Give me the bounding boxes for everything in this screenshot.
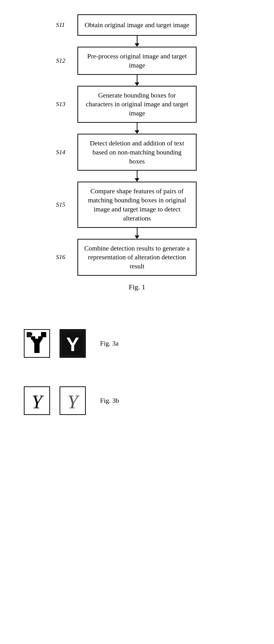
arrow-head-4 [134,178,140,182]
step-s11-box: Obtain original image and target image [78,14,196,36]
step-s15-container: S15 Compare shape features of pairs of m… [0,182,274,228]
arrow-1 [0,36,274,47]
step-s14-box: Detect deletion and addition of text bas… [78,134,196,171]
fig3a-image2: Y [60,329,86,358]
arrow-line-3 [137,123,138,130]
fig3b-label: Fig. 3b [100,397,119,404]
step-s15-wrapper: S15 Compare shape features of pairs of m… [78,182,196,228]
svg-text:Y: Y [68,391,80,412]
arrow-head-1 [134,44,140,47]
step-s15-box: Compare shape features of pairs of match… [78,182,196,228]
step-s15-label: S15 [56,201,65,208]
svg-text:Y: Y [66,334,79,355]
step-s13-label: S13 [56,100,65,108]
step-s11-wrapper: S11 Obtain original image and target ima… [78,14,196,36]
step-s12-container: S12 Pre-process original image and targe… [0,47,274,75]
page-container: S11 Obtain original image and target ima… [0,0,274,644]
arrow-line-1 [137,36,138,44]
step-s11-container: S11 Obtain original image and target ima… [0,14,274,36]
step-s16-wrapper: S16 Combine detection results to generat… [78,239,196,276]
step-s16-container: S16 Combine detection results to generat… [0,239,274,276]
fig1-label: Fig. 1 [129,283,145,291]
fig3a-row: Y Y Fig. 3a [24,329,119,358]
fig3a-image1: Y [24,329,50,358]
fig3b-image2: Y [60,386,86,415]
svg-text:Y: Y [32,391,44,412]
arrow-head-5 [134,236,140,239]
arrow-4 [0,171,274,182]
fig3a-svg2: Y [62,332,84,355]
step-s13-container: S13 Generate bounding boxes for characte… [0,86,274,123]
step-s16-label: S16 [56,254,65,261]
step-s14-label: S14 [56,149,65,156]
step-s12-wrapper: S12 Pre-process original image and targe… [78,47,196,75]
step-s13-box: Generate bounding boxes for characters i… [78,86,196,123]
fig3b-svg2: Y [62,389,84,412]
arrow-line-2 [137,75,138,82]
step-s14-wrapper: S14 Detect deletion and addition of text… [78,134,196,171]
step-s14-container: S14 Detect deletion and addition of text… [0,134,274,171]
figures-section: Y Y Fig. 3a [0,315,274,434]
arrow-head-3 [134,130,140,134]
step-s12-box: Pre-process original image and target im… [78,47,196,75]
arrow-3 [0,123,274,134]
arrow-line-4 [137,171,138,178]
flowchart-section: S11 Obtain original image and target ima… [0,0,274,315]
fig3b-image1: Y [24,386,50,415]
fig3b-row: Y Y Fig. 3b [24,386,119,415]
step-s13-wrapper: S13 Generate bounding boxes for characte… [78,86,196,123]
step-s11-label: S11 [56,22,65,28]
svg-rect-19 [64,334,65,334]
svg-rect-20 [80,334,80,335]
arrow-5 [0,228,274,239]
step-s16-box: Combine detection results to generate a … [78,239,196,276]
step-s12-label: S12 [56,57,65,64]
fig3a-svg1: Y [26,332,48,355]
arrow-2 [0,75,274,86]
arrow-line-5 [137,228,138,236]
fig3a-label: Fig. 3a [100,340,119,347]
svg-text:Y: Y [30,334,44,355]
fig3b-svg1: Y [26,389,48,412]
arrow-head-2 [134,82,140,86]
